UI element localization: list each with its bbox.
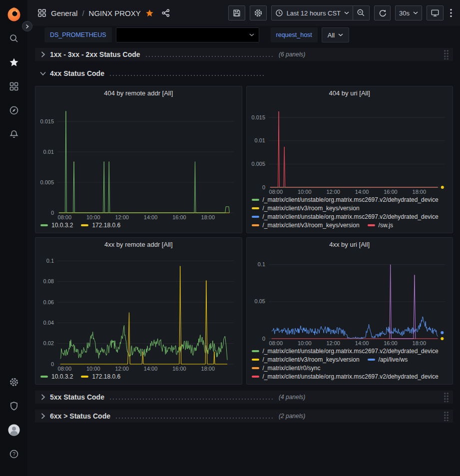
- gear-icon: [254, 8, 263, 17]
- legend-item[interactable]: /_matrix/client/unstable/org.matrix.msc2…: [252, 196, 439, 203]
- tv-mode-button[interactable]: [427, 5, 444, 20]
- sidebar-item-settings[interactable]: [8, 376, 20, 388]
- sidebar-item-explore[interactable]: [8, 104, 20, 116]
- svg-text:0.06: 0.06: [43, 299, 54, 305]
- svg-text:0: 0: [262, 184, 265, 190]
- legend-series-label: /_matrix/client/unstable/org.matrix.msc2…: [263, 213, 439, 220]
- legend-series-label: /_matrix/client/unstable/org.matrix.msc2…: [263, 196, 439, 203]
- sidebar-item-alerting[interactable]: [8, 128, 20, 140]
- sidebar-item-admin[interactable]: [8, 400, 20, 412]
- sidebar-expand-button[interactable]: [22, 21, 32, 31]
- breadcrumb-dashboard-title[interactable]: NGINX PROXY: [89, 9, 141, 17]
- chart-legend: 10.0.3.2172.18.0.6: [35, 372, 242, 384]
- more-options-button[interactable]: [448, 5, 454, 20]
- legend-item[interactable]: /api/live/ws: [368, 356, 408, 363]
- sidebar-item-dashboards[interactable]: [8, 80, 20, 92]
- legend-series-label: 10.0.3.2: [51, 222, 73, 229]
- save-icon: [232, 8, 241, 17]
- svg-text:0.08: 0.08: [43, 278, 54, 284]
- row-lead: 6xx > Status Code: [35, 412, 279, 420]
- svg-text:16:00: 16:00: [384, 189, 398, 195]
- row-4xx[interactable]: 4xx Status Code: [35, 67, 453, 80]
- dashboard-canvas: 1xx - 3xx - 2xx Status Code (6 panels) 4…: [35, 44, 453, 429]
- user-avatar[interactable]: [8, 424, 20, 436]
- grafana-logo-icon[interactable]: [6, 6, 22, 22]
- caret-down-icon: [338, 33, 343, 36]
- panel-title[interactable]: 404 by remote addr [All]: [35, 86, 242, 100]
- legend-item[interactable]: /_matrix/client/v3/room_keys/version: [252, 356, 360, 363]
- caret-down-icon: [344, 11, 349, 14]
- svg-text:18:00: 18:00: [201, 366, 215, 372]
- sidebar-item-help[interactable]: ?: [8, 448, 20, 460]
- legend-item[interactable]: /_matrix/client/r0/sync: [252, 365, 321, 372]
- row-panel-count: (6 panels): [279, 51, 305, 58]
- time-series-chart[interactable]: 00.050.108:0010:0012:0014:0016:0018:00: [249, 252, 451, 347]
- time-series-chart[interactable]: 00.020.040.060.080.108:0010:0012:0014:00…: [37, 252, 240, 372]
- legend-item[interactable]: 172.18.0.6: [81, 373, 120, 380]
- refresh-button[interactable]: [374, 5, 391, 20]
- share-icon[interactable]: [161, 8, 170, 17]
- row-drag-handle-icon[interactable]: [444, 392, 449, 402]
- header-toolbar: Last 12 hours CST 30s: [228, 5, 454, 20]
- legend-item[interactable]: /sw.js: [368, 222, 393, 229]
- legend-item[interactable]: /_matrix/client/unstable/org.matrix.msc2…: [252, 348, 439, 355]
- legend-series-marker-icon: [368, 359, 375, 361]
- svg-text:0.05: 0.05: [254, 298, 265, 304]
- sidebar-item-search[interactable]: [8, 32, 20, 44]
- panel-title[interactable]: 4xx by uri [All]: [247, 238, 453, 252]
- legend-series-marker-icon: [252, 359, 259, 361]
- row-1xx-3xx-2xx[interactable]: 1xx - 3xx - 2xx Status Code (6 panels): [35, 48, 453, 61]
- request-host-variable-value: All: [328, 31, 335, 39]
- zoom-out-button[interactable]: [353, 5, 370, 20]
- legend-series-marker-icon: [81, 224, 88, 226]
- legend-item[interactable]: 10.0.3.2: [40, 373, 73, 380]
- legend-series-label: 172.18.0.6: [92, 373, 120, 380]
- save-dashboard-button[interactable]: [228, 5, 245, 20]
- row-5xx[interactable]: 5xx Status Code (4 panels): [35, 391, 453, 404]
- request-host-variable-label[interactable]: request_host: [271, 27, 318, 42]
- time-range-picker[interactable]: Last 12 hours CST: [271, 5, 353, 20]
- breadcrumb-section[interactable]: General: [51, 9, 77, 17]
- chart-legend: /_matrix/client/unstable/org.matrix.msc2…: [247, 347, 453, 384]
- svg-text:08:00: 08:00: [58, 214, 72, 220]
- dashboard-settings-button[interactable]: [250, 5, 267, 20]
- dashboards-icon: [9, 81, 19, 91]
- datasource-variable-dropdown[interactable]: [116, 27, 259, 42]
- panel-title[interactable]: 404 by uri [All]: [247, 86, 453, 100]
- legend-series-label: /_matrix/client/r0/sync: [263, 365, 321, 372]
- row-drag-handle-icon[interactable]: [444, 49, 449, 59]
- sidebar-item-starred[interactable]: [8, 56, 20, 68]
- chevron-right-icon: [39, 50, 47, 58]
- request-host-variable-dropdown[interactable]: All: [322, 27, 349, 42]
- svg-text:14:00: 14:00: [144, 214, 158, 220]
- legend-item[interactable]: 10.0.3.2: [40, 222, 73, 229]
- datasource-variable-label[interactable]: DS_PROMETHEUS: [44, 27, 112, 42]
- legend-item[interactable]: /_matrix/client/unstable/org.matrix.msc2…: [252, 373, 439, 380]
- time-series-chart[interactable]: 00.0050.010.01508:0010:0012:0014:0016:00…: [37, 100, 240, 221]
- dotted-leader: [109, 399, 274, 400]
- panel-404-by-uri: 404 by uri [All] 00.0050.010.01508:0010:…: [246, 86, 454, 233]
- refresh-interval-dropdown[interactable]: 30s: [395, 5, 422, 20]
- legend-item[interactable]: /_matrix/client/v3/room_keys/version: [252, 222, 360, 229]
- row-6xx[interactable]: 6xx > Status Code (2 panels): [35, 410, 453, 423]
- row-drag-handle-icon[interactable]: [444, 411, 449, 421]
- dotted-leader: [109, 75, 265, 76]
- legend-item[interactable]: /_matrix/client/unstable/org.matrix.msc2…: [252, 213, 439, 220]
- kebab-icon: [450, 8, 453, 18]
- svg-text:10:00: 10:00: [297, 340, 311, 346]
- gear-icon: [9, 377, 19, 387]
- legend-item[interactable]: 172.18.0.6: [81, 222, 120, 229]
- row-panel-count: (2 panels): [279, 413, 305, 420]
- panel-title[interactable]: 4xx by remote addr [All]: [35, 238, 242, 252]
- time-series-chart[interactable]: 00.0050.010.01508:0010:0012:0014:0016:00…: [249, 100, 451, 195]
- clock-icon: [275, 9, 283, 17]
- grafana-app: ? General / NGINX PROXY: [0, 0, 460, 476]
- legend-series-marker-icon: [252, 224, 259, 226]
- svg-text:08:00: 08:00: [269, 189, 283, 195]
- legend-series-label: /_matrix/client/unstable/org.matrix.msc2…: [263, 373, 439, 380]
- legend-item[interactable]: /_matrix/client/v3/room_keys/version: [252, 205, 360, 212]
- dotted-leader: [115, 418, 274, 419]
- panel-grid: 404 by remote addr [All] 00.0050.010.015…: [35, 86, 453, 385]
- favorite-star-icon[interactable]: [145, 9, 154, 17]
- chevron-down-icon: [39, 69, 47, 77]
